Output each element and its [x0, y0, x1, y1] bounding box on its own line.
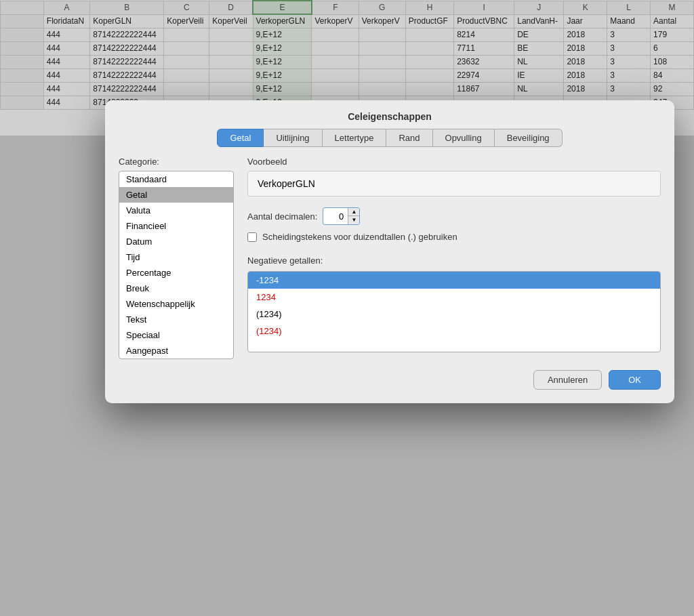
right-panel: Voorbeeld VerkoperGLN Aantal decimalen: …	[247, 157, 661, 359]
category-item[interactable]: Wetenschappelijk	[119, 296, 233, 312]
decimal-decrement-button[interactable]: ▼	[348, 216, 359, 224]
checkbox-row: Scheidingstekens voor duizendtallen (.) …	[247, 232, 661, 242]
tab-uitlijning[interactable]: Uitlijning	[264, 129, 322, 147]
preview-box: VerkoperGLN	[247, 171, 661, 197]
category-list: StandaardGetalValutaFinancieelDatumTijdP…	[119, 171, 234, 359]
category-item[interactable]: Speciaal	[119, 327, 233, 343]
dialog-body: Categorie: StandaardGetalValutaFinanciee…	[105, 157, 674, 359]
negative-option[interactable]: 1234	[248, 289, 660, 306]
preview-label: Voorbeeld	[247, 157, 661, 167]
tab-bar: Getal Uitlijning Lettertype Rand Opvulli…	[105, 129, 674, 147]
negative-label: Negatieve getallen:	[247, 255, 661, 266]
thousands-separator-checkbox[interactable]	[247, 232, 257, 242]
decimal-label: Aantal decimalen:	[247, 211, 317, 222]
decimal-input-wrap: ▲ ▼	[323, 207, 360, 225]
category-item[interactable]: Valuta	[119, 203, 233, 218]
cell-properties-dialog: Celeigenschappen Getal Uitlijning Letter…	[105, 100, 674, 403]
thousands-separator-label[interactable]: Scheidingstekens voor duizendtallen (.) …	[262, 232, 457, 242]
category-item[interactable]: Tekst	[119, 312, 233, 327]
category-item[interactable]: Aangepast	[119, 343, 233, 358]
category-item[interactable]: Datum	[119, 234, 233, 249]
decimal-spinner: ▲ ▼	[348, 208, 359, 224]
decimal-increment-button[interactable]: ▲	[348, 208, 359, 216]
decimal-input[interactable]	[323, 209, 348, 224]
category-label: Categorie:	[119, 157, 234, 167]
decimal-row: Aantal decimalen: ▲ ▼	[247, 207, 661, 225]
ok-button[interactable]: OK	[609, 370, 661, 390]
category-item[interactable]: Financieel	[119, 218, 233, 234]
category-item[interactable]: Standaard	[119, 171, 233, 187]
tab-getal[interactable]: Getal	[217, 129, 264, 147]
negative-option[interactable]: (1234)	[248, 306, 660, 323]
tab-lettertype[interactable]: Lettertype	[323, 129, 387, 147]
cancel-button[interactable]: Annuleren	[533, 370, 602, 390]
dialog-title: Celeigenschappen	[105, 100, 674, 129]
dialog-footer: Annuleren OK	[105, 359, 674, 390]
category-item[interactable]: Percentage	[119, 265, 233, 281]
negative-numbers-list: -12341234(1234)(1234)	[247, 271, 661, 352]
tab-opvulling[interactable]: Opvulling	[433, 129, 495, 147]
tab-beveiliging[interactable]: Beveiliging	[495, 129, 563, 147]
tab-rand[interactable]: Rand	[386, 129, 432, 147]
negative-option[interactable]: -1234	[248, 272, 660, 289]
negative-option[interactable]: (1234)	[248, 323, 660, 340]
category-panel: Categorie: StandaardGetalValutaFinanciee…	[119, 157, 234, 359]
category-item[interactable]: Breuk	[119, 281, 233, 296]
category-item[interactable]: Getal	[119, 187, 233, 203]
category-item[interactable]: Tijd	[119, 249, 233, 265]
